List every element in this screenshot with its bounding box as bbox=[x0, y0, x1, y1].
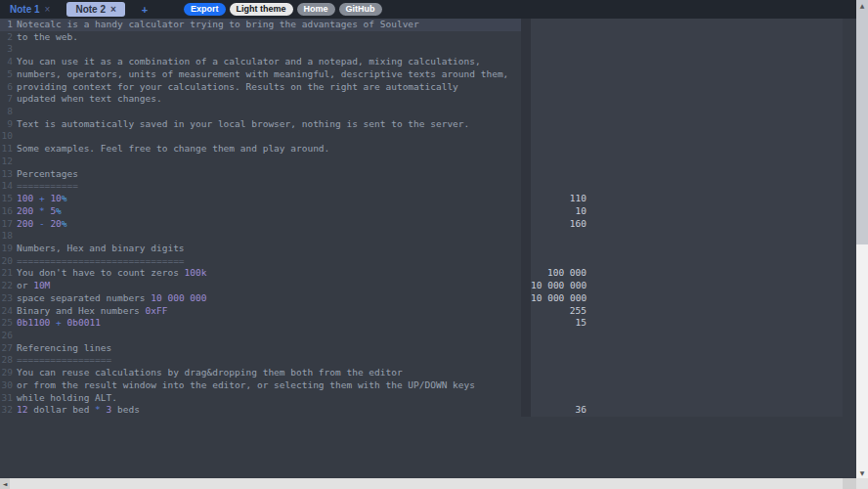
editor-line[interactable]: 18 bbox=[0, 230, 521, 243]
main-content: 1Notecalc is a handy calculator trying t… bbox=[0, 19, 856, 478]
scroll-left-icon[interactable]: ◄ bbox=[0, 478, 10, 489]
tab-note-1[interactable]: Note 1 × bbox=[10, 4, 50, 15]
result-value bbox=[531, 19, 586, 31]
editor-line[interactable]: 10 bbox=[0, 130, 521, 143]
editor-line[interactable]: 30or from the result window into the edi… bbox=[0, 379, 521, 392]
scroll-up-icon[interactable]: ▲ bbox=[856, 0, 868, 11]
editor-line[interactable]: 27Referencing lines bbox=[0, 342, 521, 355]
result-value[interactable]: 110 bbox=[531, 193, 586, 205]
github-button[interactable]: GitHub bbox=[339, 3, 382, 16]
line-number: 29 bbox=[0, 367, 13, 379]
editor-line[interactable]: 8 bbox=[0, 106, 521, 118]
result-value[interactable]: 10 000 000 bbox=[531, 280, 586, 292]
editor-results-divider bbox=[521, 19, 531, 417]
code-text: while holding ALT. bbox=[13, 392, 117, 405]
vertical-scrollbar[interactable]: ▲ ▼ bbox=[856, 0, 868, 478]
scroll-down-icon[interactable]: ▼ bbox=[856, 467, 868, 478]
result-value bbox=[531, 180, 586, 193]
editor-line[interactable]: 20============================== bbox=[0, 255, 521, 268]
editor-line[interactable]: 5numbers, operators, units of measuremen… bbox=[0, 68, 521, 81]
result-value bbox=[531, 56, 586, 68]
close-icon[interactable]: × bbox=[110, 4, 116, 15]
result-value bbox=[531, 255, 586, 268]
code-text: Numbers, Hex and binary digits bbox=[13, 243, 185, 255]
code-text bbox=[13, 130, 17, 143]
editor-line[interactable]: 15100 + 10% bbox=[0, 193, 521, 205]
line-number: 20 bbox=[0, 255, 13, 268]
result-value[interactable]: 10 bbox=[531, 205, 586, 218]
editor-line[interactable]: 14=========== bbox=[0, 180, 521, 193]
code-text: You can use it as a combination of a cal… bbox=[13, 56, 481, 68]
editor-line[interactable]: 3 bbox=[0, 43, 521, 56]
line-number: 21 bbox=[0, 267, 13, 280]
editor-line[interactable]: 22or 10M bbox=[0, 280, 521, 292]
results-column: 11010160100 00010 000 00010 000 00025515… bbox=[531, 19, 586, 417]
result-value[interactable]: 255 bbox=[531, 305, 586, 318]
result-value[interactable]: 100 000 bbox=[531, 267, 586, 280]
code-text: Text is automatically saved in your loca… bbox=[13, 118, 469, 131]
line-number: 6 bbox=[0, 81, 13, 94]
code-text: ================= bbox=[13, 354, 111, 367]
top-bar: Note 1 × Note 2 × + Export Light theme H… bbox=[0, 0, 868, 19]
code-text: You don't have to count zeros 100k bbox=[13, 267, 206, 280]
editor-line[interactable]: 12 bbox=[0, 156, 521, 168]
editor-line[interactable]: 16200 * 5% bbox=[0, 205, 521, 218]
tab-label: Note 1 bbox=[10, 4, 40, 15]
vertical-scrollbar-thumb[interactable] bbox=[856, 11, 868, 244]
result-value bbox=[531, 31, 586, 44]
code-text: 200 - 20% bbox=[13, 218, 67, 231]
light-theme-button[interactable]: Light theme bbox=[230, 3, 293, 16]
line-number: 8 bbox=[0, 106, 13, 118]
code-text: or from the result window into the edito… bbox=[13, 379, 475, 392]
editor-line[interactable]: 17200 - 20% bbox=[0, 218, 521, 231]
editor-lines[interactable]: 1Notecalc is a handy calculator trying t… bbox=[0, 19, 521, 417]
editor-line[interactable]: 4You can use it as a combination of a ca… bbox=[0, 56, 521, 68]
editor-line[interactable]: 1Notecalc is a handy calculator trying t… bbox=[0, 19, 521, 31]
editor-line[interactable]: 250b1100 + 0b0011 bbox=[0, 317, 521, 330]
code-text: 0b1100 + 0b0011 bbox=[13, 317, 101, 330]
editor-line[interactable]: 9Text is automatically saved in your loc… bbox=[0, 118, 521, 131]
editor-line[interactable]: 11Some examples. Feel free to change the… bbox=[0, 143, 521, 156]
horizontal-scrollbar[interactable]: ◄ bbox=[0, 478, 856, 489]
line-number: 4 bbox=[0, 56, 13, 68]
code-text: providing context for your calculations.… bbox=[13, 81, 458, 94]
result-value bbox=[531, 379, 586, 392]
result-value bbox=[531, 81, 586, 94]
line-number: 3 bbox=[0, 43, 13, 56]
code-text: space separated numbers 10 000 000 bbox=[13, 292, 206, 305]
editor-line[interactable]: 19Numbers, Hex and binary digits bbox=[0, 243, 521, 255]
code-text: or 10M bbox=[13, 280, 50, 292]
editor-line[interactable]: 7updated when text changes. bbox=[0, 93, 521, 106]
close-icon[interactable]: × bbox=[45, 4, 51, 15]
editor-line[interactable]: 26 bbox=[0, 330, 521, 342]
code-text: =========== bbox=[13, 180, 78, 193]
editor-line[interactable]: 21You don't have to count zeros 100k bbox=[0, 267, 521, 280]
editor-line[interactable]: 23space separated numbers 10 000 000 bbox=[0, 292, 521, 305]
code-text: to the web. bbox=[13, 31, 78, 44]
result-value[interactable]: 10 000 000 bbox=[531, 292, 586, 305]
result-value[interactable]: 160 bbox=[531, 218, 586, 231]
line-number: 10 bbox=[0, 130, 13, 143]
result-value bbox=[531, 118, 586, 131]
home-button[interactable]: Home bbox=[297, 3, 335, 16]
line-number: 26 bbox=[0, 330, 13, 342]
result-value bbox=[531, 68, 586, 81]
new-tab-button[interactable]: + bbox=[142, 4, 148, 16]
code-text bbox=[13, 330, 17, 342]
code-text: Binary and Hex numbers 0xFF bbox=[13, 305, 167, 318]
editor-line[interactable]: 2to the web. bbox=[0, 31, 521, 44]
result-value[interactable]: 36 bbox=[531, 404, 586, 417]
editor-line[interactable]: 3212 dollar bed * 3 beds bbox=[0, 404, 521, 417]
result-value[interactable]: 15 bbox=[531, 317, 586, 330]
horizontal-scrollbar-thumb[interactable] bbox=[10, 478, 843, 489]
code-text: 200 * 5% bbox=[13, 205, 62, 218]
tab-note-2[interactable]: Note 2 × bbox=[66, 2, 124, 17]
editor-line[interactable]: 28================= bbox=[0, 354, 521, 367]
export-button[interactable]: Export bbox=[184, 3, 226, 16]
editor-line[interactable]: 31while holding ALT. bbox=[0, 392, 521, 405]
line-number: 31 bbox=[0, 392, 13, 405]
editor-line[interactable]: 13Percentages bbox=[0, 168, 521, 181]
editor-line[interactable]: 24Binary and Hex numbers 0xFF bbox=[0, 305, 521, 318]
editor-line[interactable]: 29You can reuse calculations by drag&dro… bbox=[0, 367, 521, 379]
editor-line[interactable]: 6providing context for your calculations… bbox=[0, 81, 521, 94]
